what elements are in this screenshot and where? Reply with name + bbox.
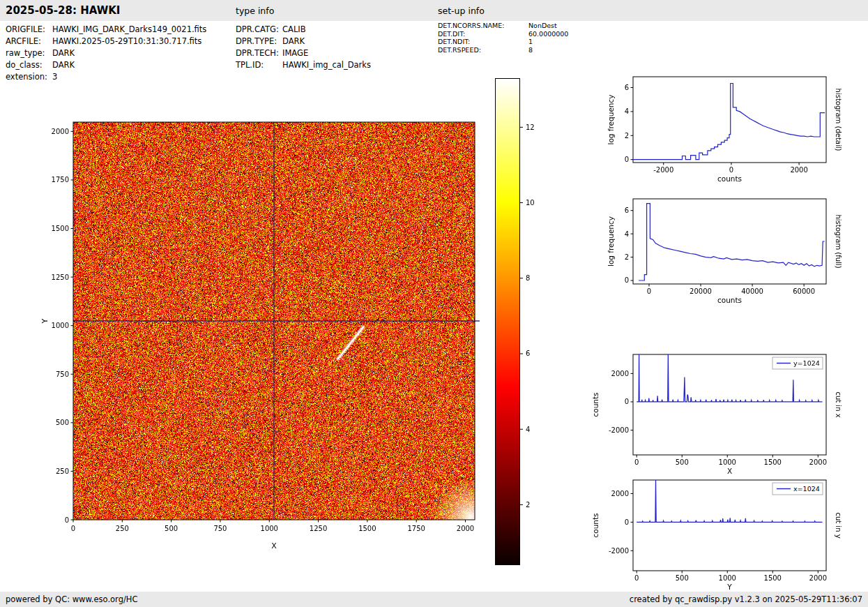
axis-text: 0 bbox=[625, 276, 629, 284]
axis-text: 0 bbox=[729, 166, 733, 174]
axis-text: 1000 bbox=[261, 525, 278, 532]
metadata-value: IMAGE bbox=[282, 47, 308, 59]
metadata-label: DET.RSPEED: bbox=[438, 46, 528, 54]
axis-text: cut in y bbox=[835, 512, 842, 538]
axis-text: Y bbox=[726, 583, 732, 591]
cut-x-series bbox=[637, 354, 822, 402]
axis-text: 500 bbox=[165, 525, 178, 532]
metadata-value: CALIB bbox=[282, 24, 306, 36]
axis-text: 20000 bbox=[690, 287, 712, 295]
cut-y-plot: 0500100015002000-200002000Ycountscut in … bbox=[591, 479, 842, 591]
axis-text: 12 bbox=[526, 123, 535, 131]
metadata-row: DPR.TYPE:DARK bbox=[236, 36, 371, 47]
axis-text: -2000 bbox=[609, 426, 629, 434]
dark-frame-image bbox=[73, 122, 475, 520]
axis-text: 0 bbox=[625, 398, 629, 405]
axis-text: X bbox=[271, 541, 277, 550]
cut-x-plot: 0500100015002000-200002000Xcountscut in … bbox=[591, 354, 842, 475]
metadata-row: ARCFILE:HAWKI.2025-05-29T10:31:30.717.fi… bbox=[6, 36, 206, 47]
axis-text: -2000 bbox=[653, 166, 673, 174]
axis-text: 8 bbox=[526, 274, 530, 282]
axis-text: 2000 bbox=[790, 166, 807, 174]
metadata-row: DPR.CATG:CALIB bbox=[236, 24, 371, 36]
axis-text: 1500 bbox=[52, 225, 69, 232]
axis-text: Y bbox=[40, 318, 50, 324]
metadata-row: DET.RSPEED:8 bbox=[438, 46, 568, 54]
axis-text: 0 bbox=[625, 518, 629, 526]
axis-text: 0 bbox=[634, 458, 639, 466]
hist-detail-series bbox=[633, 84, 825, 160]
axis-text: 1500 bbox=[358, 525, 376, 532]
footer-left: powered by QC: www.eso.org/HC bbox=[6, 592, 137, 607]
axis-text: 1500 bbox=[764, 574, 782, 582]
metadata-value: HAWKI_IMG_DARK_Darks149_0021.fits bbox=[52, 24, 206, 36]
axis-text: X bbox=[727, 467, 732, 475]
axis-text: 0 bbox=[65, 516, 69, 524]
page-title: 2025-05-28: HAWKI bbox=[6, 4, 120, 17]
axis-text: 2000 bbox=[457, 525, 474, 532]
axis-text: 2000 bbox=[611, 490, 629, 497]
axis-text: 250 bbox=[56, 467, 69, 475]
axis-text: 6 bbox=[625, 207, 629, 214]
file-info-block: ORIGFILE:HAWKI_IMG_DARK_Darks149_0021.fi… bbox=[6, 24, 206, 83]
axis-text: 1000 bbox=[719, 458, 736, 466]
axis-text: 1500 bbox=[764, 458, 782, 466]
axis-text: 2000 bbox=[611, 370, 629, 377]
metadata-row: extension:3 bbox=[6, 71, 206, 83]
metadata-value: 8 bbox=[528, 46, 533, 54]
axis-text: 4 bbox=[625, 107, 629, 115]
axis-text: cut in x bbox=[835, 391, 842, 417]
axis-text: 2 bbox=[625, 132, 629, 140]
axis-text: log frequency bbox=[607, 94, 615, 144]
setup-info-block: DET.NCORRS.NAME:NonDestDET.DIT:60.000000… bbox=[438, 22, 568, 54]
metadata-label: DET.DIT: bbox=[438, 30, 528, 38]
cut-x-legend bbox=[772, 357, 823, 369]
colorbar bbox=[495, 78, 520, 565]
axis-text: 1250 bbox=[310, 525, 327, 532]
cut-y-series bbox=[637, 479, 822, 522]
metadata-label: DET.NDIT: bbox=[438, 38, 528, 46]
metadata-value: 60.0000000 bbox=[528, 30, 568, 38]
axis-text: 2000 bbox=[52, 128, 69, 135]
axis-text: histogram (full) bbox=[835, 214, 842, 268]
axis-text: 40000 bbox=[741, 287, 763, 295]
axis-text: 1750 bbox=[52, 176, 69, 183]
axis-text: 60000 bbox=[793, 287, 815, 295]
header-bar: 2025-05-28: HAWKI type info set-up info bbox=[0, 0, 868, 21]
axis-text: 4 bbox=[526, 426, 530, 433]
metadata-row: ORIGFILE:HAWKI_IMG_DARK_Darks149_0021.fi… bbox=[6, 24, 206, 36]
axis-text: 750 bbox=[56, 370, 69, 378]
metadata-label: DET.NCORRS.NAME: bbox=[438, 22, 528, 30]
qc-report-page: 2025-05-28: HAWKI type info set-up info … bbox=[0, 0, 868, 607]
axis-text: 2 bbox=[625, 253, 629, 261]
axis-text: 1250 bbox=[52, 273, 69, 281]
metadata-label: DPR.TECH: bbox=[236, 47, 282, 59]
metadata-label: ARCFILE: bbox=[6, 36, 52, 47]
axis-text: counts bbox=[717, 174, 742, 183]
type-info-block: DPR.CATG:CALIBDPR.TYPE:DARKDPR.TECH:IMAG… bbox=[236, 24, 371, 71]
axis-text: 1750 bbox=[407, 525, 425, 532]
axis-text: histogram (detail) bbox=[835, 89, 842, 151]
metadata-value: DARK bbox=[52, 47, 75, 59]
axis-text: counts bbox=[717, 296, 742, 304]
axis-text: 10 bbox=[526, 199, 535, 207]
axis-text: 500 bbox=[56, 419, 69, 426]
metadata-label: TPL.ID: bbox=[236, 59, 282, 71]
metadata-row: DPR.TECH:IMAGE bbox=[236, 47, 371, 59]
metadata-value: DARK bbox=[52, 59, 75, 71]
metadata-row: TPL.ID:HAWKI_img_cal_Darks bbox=[236, 59, 371, 71]
axis-text: 2000 bbox=[809, 574, 827, 582]
axis-text: 0 bbox=[647, 287, 651, 295]
axis-text: 4 bbox=[625, 230, 629, 238]
axis-text: -2000 bbox=[609, 547, 629, 555]
metadata-label: ORIGFILE: bbox=[6, 24, 52, 36]
cut-y-legend bbox=[772, 483, 823, 495]
metadata-value: HAWKI_img_cal_Darks bbox=[282, 59, 371, 71]
axis-text: 2000 bbox=[809, 458, 827, 466]
type-info-heading: type info bbox=[236, 6, 274, 16]
axis-text: counts bbox=[591, 513, 600, 537]
axis-text: 6 bbox=[526, 350, 530, 357]
metadata-value: HAWKI.2025-05-29T10:31:30.717.fits bbox=[52, 36, 201, 47]
metadata-row: raw_type:DARK bbox=[6, 47, 206, 59]
axis-text: y=1024 bbox=[793, 359, 820, 367]
